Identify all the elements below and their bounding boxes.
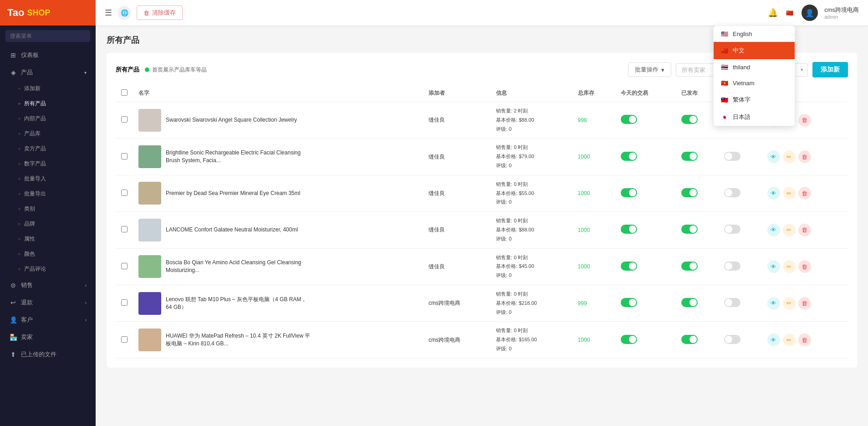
sidebar-item-dashboard[interactable]: ⊞ 仪表板 <box>0 46 96 64</box>
published-toggle-6[interactable] <box>681 335 698 344</box>
published-toggle-4[interactable] <box>681 262 698 271</box>
language-flag[interactable]: 🇨🇳 <box>784 9 795 16</box>
sidebar-item-refunds[interactable]: ↩ 退款 › <box>0 294 96 311</box>
dashboard-icon: ⊞ <box>9 51 17 59</box>
sidebar-item-brands[interactable]: 品牌 <box>0 216 96 231</box>
sidebar-item-internal-products[interactable]: 内部产品 <box>0 111 96 126</box>
sidebar-item-colors[interactable]: 颜色 <box>0 246 96 262</box>
delete-button-4[interactable]: 🗑 <box>798 260 811 273</box>
row-checkbox-2[interactable] <box>121 190 128 196</box>
lang-item-thailand[interactable]: 🇹🇭 thiland <box>714 59 795 75</box>
hamburger-icon[interactable]: ☰ <box>105 8 112 18</box>
sidebar-item-sellers[interactable]: 🏪 卖家 <box>0 328 96 346</box>
sidebar-item-product-library[interactable]: 产品库 <box>0 126 96 141</box>
sidebar-item-products[interactable]: ◈ 产品 ▾ <box>0 64 96 81</box>
table-row: Lenovo 联想 Tab M10 Plus – 灰色平板电脑（4 GB RAM… <box>116 285 848 321</box>
clear-cache-button[interactable]: 🗑 清除缓存 <box>137 5 183 20</box>
today-deal-toggle-5[interactable] <box>621 298 637 307</box>
row-checkbox-1[interactable] <box>121 153 128 159</box>
sidebar-item-add-new[interactable]: 添加新 <box>0 81 96 96</box>
row-checkbox-4[interactable] <box>121 263 128 269</box>
sub-item-label: 批量导入 <box>24 175 46 183</box>
delete-button-2[interactable]: 🗑 <box>798 187 811 200</box>
logo-shop: SHOP <box>27 8 50 18</box>
sidebar-item-reviews[interactable]: 产品评论 <box>0 262 96 277</box>
published-toggle-5[interactable] <box>681 298 698 307</box>
delete-button-3[interactable]: 🗑 <box>798 224 811 236</box>
view-button-6[interactable]: 👁 <box>767 334 780 346</box>
published-toggle-2[interactable] <box>681 188 698 197</box>
view-button-5[interactable]: 👁 <box>767 297 780 310</box>
sub-item-label: 添加新 <box>24 85 41 92</box>
sidebar-item-uploads[interactable]: ⬆ 已上传的文件 <box>0 346 96 363</box>
featured-toggle-3[interactable] <box>724 225 740 234</box>
select-all-checkbox[interactable] <box>121 89 128 96</box>
sidebar-item-label: 销售 <box>21 281 82 289</box>
sidebar-item-digital-products[interactable]: 数字产品 <box>0 156 96 171</box>
row-checkbox-6[interactable] <box>121 336 128 343</box>
featured-toggle-4[interactable] <box>724 262 740 271</box>
view-button-2[interactable]: 👁 <box>767 187 780 200</box>
batch-operations-button[interactable]: 批量操作 ▾ <box>628 62 671 77</box>
featured-toggle-5[interactable] <box>724 298 740 307</box>
today-deal-toggle-6[interactable] <box>621 335 637 344</box>
sidebar-item-label: 仪表板 <box>21 51 87 59</box>
published-toggle-0[interactable] <box>681 115 698 124</box>
view-button-1[interactable]: 👁 <box>767 150 780 163</box>
globe-button[interactable]: 🌐 <box>117 6 131 20</box>
lang-item-chinese[interactable]: 🇨🇳 中文 <box>714 42 795 59</box>
sidebar-item-all-products[interactable]: 所有产品 <box>0 96 96 111</box>
today-deal-toggle-1[interactable] <box>621 152 637 161</box>
featured-toggle-6[interactable] <box>724 335 740 344</box>
add-new-button[interactable]: 添加新 <box>812 62 848 77</box>
published-toggle-1[interactable] <box>681 152 698 161</box>
sidebar-item-seller-products[interactable]: 卖方产品 <box>0 141 96 156</box>
username: cms跨境电商 <box>824 6 859 14</box>
sub-item-label: 颜色 <box>24 250 35 258</box>
edit-button-5[interactable]: ✏ <box>783 297 796 310</box>
today-deal-toggle-2[interactable] <box>621 188 637 197</box>
chinese-flag: 🇨🇳 <box>721 47 728 54</box>
today-deal-toggle-0[interactable] <box>621 115 637 124</box>
today-deal-toggle-4[interactable] <box>621 262 637 271</box>
row-checkbox-3[interactable] <box>121 226 128 232</box>
delete-button-5[interactable]: 🗑 <box>798 297 811 310</box>
published-toggle-3[interactable] <box>681 225 698 234</box>
avatar[interactable]: 👤 <box>802 5 818 21</box>
product-info-cell: 销售量: 0 时刻基本价格: $55.00评级: 0 <box>490 175 572 211</box>
lang-item-japanese[interactable]: 🇯🇵 日本語 <box>714 108 795 126</box>
edit-button-3[interactable]: ✏ <box>783 224 796 236</box>
table-row: Boscia Bo Qian Ye Amino Acid Cleansing G… <box>116 248 848 285</box>
lang-item-vietnam[interactable]: 🇻🇳 Vietnam <box>714 75 795 91</box>
delete-button-0[interactable]: 🗑 <box>798 114 811 127</box>
edit-button-6[interactable]: ✏ <box>783 334 796 346</box>
sidebar-item-sales[interactable]: ⊜ 销售 › <box>0 277 96 294</box>
products-icon: ◈ <box>9 69 17 76</box>
sidebar-search-input[interactable] <box>5 30 90 42</box>
edit-button-4[interactable]: ✏ <box>783 260 796 273</box>
sidebar-item-customers[interactable]: 👤 客户 › <box>0 311 96 328</box>
featured-toggle-1[interactable] <box>724 152 740 161</box>
view-button-4[interactable]: 👁 <box>767 260 780 273</box>
sidebar-item-label: 产品 <box>21 68 81 77</box>
row-checkbox-0[interactable] <box>121 116 128 123</box>
sidebar-item-bulk-import[interactable]: 批量导入 <box>0 171 96 186</box>
product-info: Lenovo 联想 Tab M10 Plus – 灰色平板电脑（4 GB RAM… <box>138 292 418 315</box>
edit-button-2[interactable]: ✏ <box>783 187 796 200</box>
notification-bell-icon[interactable]: 🔔 <box>768 8 778 18</box>
lang-item-english[interactable]: 🇺🇸 English <box>714 26 795 42</box>
action-icons: 👁 ✏ 🗑 <box>767 334 842 346</box>
view-button-3[interactable]: 👁 <box>767 224 780 236</box>
sidebar-item-categories[interactable]: 类别 <box>0 201 96 216</box>
batch-label: 批量操作 <box>635 66 659 74</box>
delete-button-1[interactable]: 🗑 <box>798 150 811 163</box>
language-dropdown: 🇺🇸 English 🇨🇳 中文 🇹🇭 thiland 🇻🇳 Vietnam 🇹… <box>713 26 795 126</box>
sidebar-item-bulk-export[interactable]: 批量导出 <box>0 186 96 201</box>
edit-button-1[interactable]: ✏ <box>783 150 796 163</box>
featured-toggle-2[interactable] <box>724 188 740 197</box>
sidebar-item-attributes[interactable]: 属性 <box>0 231 96 246</box>
today-deal-toggle-3[interactable] <box>621 225 637 234</box>
delete-button-6[interactable]: 🗑 <box>798 334 811 346</box>
lang-item-traditional[interactable]: 🇹🇼 繁体字 <box>714 91 795 108</box>
row-checkbox-5[interactable] <box>121 299 128 306</box>
